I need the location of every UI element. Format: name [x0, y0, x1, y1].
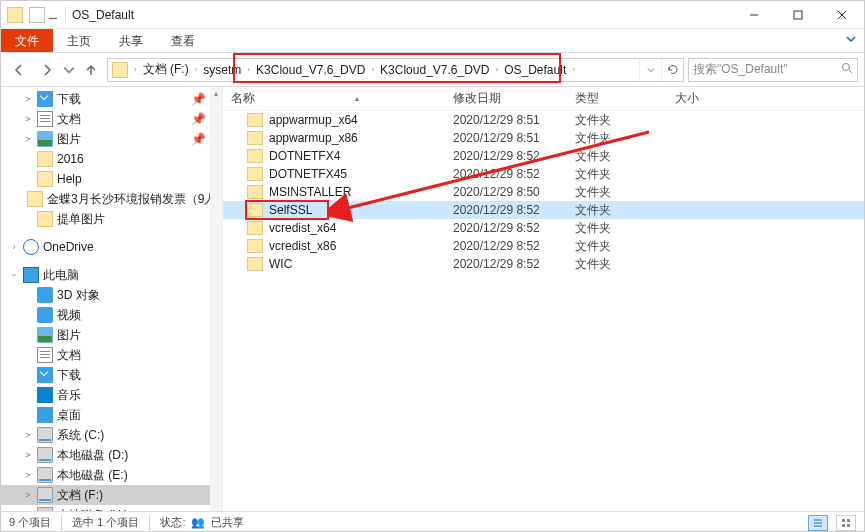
item-icon: [37, 151, 53, 167]
column-date[interactable]: 修改日期: [445, 90, 567, 107]
nav-history-button[interactable]: [63, 58, 75, 82]
tree-item[interactable]: >文档 (F:): [1, 485, 222, 505]
list-row[interactable]: appwarmup_x642020/12/29 8:51文件夹: [223, 111, 864, 129]
folder-icon: [247, 185, 263, 199]
status-selected-count: 选中 1 个项目: [72, 515, 139, 530]
address-dropdown-button[interactable]: [639, 59, 661, 81]
tree-item[interactable]: >系统 (C:): [1, 425, 222, 445]
ribbon-file-tab[interactable]: 文件: [1, 29, 53, 52]
view-large-button[interactable]: [836, 515, 856, 531]
list-row[interactable]: vcredist_x642020/12/29 8:52文件夹: [223, 219, 864, 237]
tree-item[interactable]: >下载📌: [1, 89, 222, 109]
tree-item[interactable]: 图片: [1, 325, 222, 345]
navigation-tree[interactable]: >下载📌>文档📌>图片📌2016Help金蝶3月长沙环境报销发票（9人活动提单图…: [1, 87, 223, 511]
folder-icon: [247, 113, 263, 127]
tree-label: 文档 (F:): [57, 487, 103, 504]
list-row[interactable]: DOTNETFX452020/12/29 8:52文件夹: [223, 165, 864, 183]
list-row[interactable]: DOTNETFX42020/12/29 8:52文件夹: [223, 147, 864, 165]
column-type[interactable]: 类型: [567, 90, 667, 107]
list-row[interactable]: MSINSTALLER2020/12/29 8:50文件夹: [223, 183, 864, 201]
folder-icon: [7, 7, 23, 23]
tree-item[interactable]: 视频: [1, 305, 222, 325]
list-row[interactable]: appwarmup_x862020/12/29 8:51文件夹: [223, 129, 864, 147]
chevron-right-icon[interactable]: ›: [132, 65, 139, 74]
tree-label: 此电脑: [43, 267, 79, 284]
file-type: 文件夹: [567, 148, 667, 165]
address-bar[interactable]: › 文档 (F:) › sysetm › K3Cloud_V7.6_DVD › …: [107, 58, 684, 82]
tree-label: 系统 (C:): [57, 427, 104, 444]
folder-icon: [247, 149, 263, 163]
tree-item[interactable]: >本地磁盘 (H:): [1, 505, 222, 511]
search-icon[interactable]: [841, 62, 853, 77]
tree-item[interactable]: >本地磁盘 (E:): [1, 465, 222, 485]
search-box[interactable]: 搜索"OS_Default": [688, 58, 858, 82]
item-icon: [37, 111, 53, 127]
titlebar-separator: [65, 7, 66, 23]
window-title: OS_Default: [72, 8, 732, 22]
path-folder-icon: [112, 62, 128, 78]
item-icon: [37, 91, 53, 107]
tree-item[interactable]: >本地磁盘 (D:): [1, 445, 222, 465]
cloud-icon: [23, 239, 39, 255]
tree-label: 2016: [57, 152, 84, 166]
svg-point-5: [843, 64, 850, 71]
tree-item[interactable]: 下载: [1, 365, 222, 385]
file-list: 名称▴ 修改日期 类型 大小 appwarmup_x642020/12/29 8…: [223, 87, 864, 511]
refresh-button[interactable]: [661, 59, 683, 81]
tree-item[interactable]: Help: [1, 169, 222, 189]
tree-this-pc[interactable]: › 此电脑: [1, 265, 222, 285]
tree-item[interactable]: 桌面: [1, 405, 222, 425]
search-placeholder: 搜索"OS_Default": [693, 61, 788, 78]
chevron-right-icon[interactable]: ›: [245, 65, 252, 74]
view-details-button[interactable]: [808, 515, 828, 531]
docset-icon: [29, 7, 45, 23]
ribbon-tab-home[interactable]: 主页: [53, 29, 105, 52]
file-name: DOTNETFX4: [269, 149, 340, 163]
folder-icon: [247, 239, 263, 253]
maximize-button[interactable]: [776, 1, 820, 29]
breadcrumb[interactable]: K3Cloud_V7.6_DVD: [376, 63, 493, 77]
column-size[interactable]: 大小: [667, 90, 864, 107]
list-row[interactable]: vcredist_x862020/12/29 8:52文件夹: [223, 237, 864, 255]
tree-item[interactable]: 文档: [1, 345, 222, 365]
pin-icon: 📌: [191, 132, 206, 146]
tree-onedrive[interactable]: › OneDrive: [1, 237, 222, 257]
tree-scrollbar[interactable]: ▴: [210, 87, 222, 511]
column-name[interactable]: 名称▴: [223, 90, 445, 107]
tree-label: 图片: [57, 327, 81, 344]
tree-item[interactable]: 金蝶3月长沙环境报销发票（9人活动: [1, 189, 222, 209]
list-row[interactable]: WIC2020/12/29 8:52文件夹: [223, 255, 864, 273]
breadcrumb[interactable]: OS_Default: [500, 63, 570, 77]
breadcrumb[interactable]: sysetm: [199, 63, 245, 77]
chevron-right-icon[interactable]: ›: [193, 65, 200, 74]
chevron-right-icon[interactable]: ›: [369, 65, 376, 74]
file-type: 文件夹: [567, 238, 667, 255]
ribbon-tab-share[interactable]: 共享: [105, 29, 157, 52]
tree-item[interactable]: 提单图片: [1, 209, 222, 229]
nav-forward-button[interactable]: [35, 58, 59, 82]
item-icon: [37, 467, 53, 483]
breadcrumb[interactable]: K3Cloud_V7.6_DVD: [252, 63, 369, 77]
chevron-right-icon[interactable]: ›: [494, 65, 501, 74]
minimize-button[interactable]: [732, 1, 776, 29]
tree-item[interactable]: 3D 对象: [1, 285, 222, 305]
ribbon-expand-button[interactable]: [840, 29, 862, 49]
nav-back-button[interactable]: [7, 58, 31, 82]
ribbon-tab-view[interactable]: 查看: [157, 29, 209, 52]
nav-up-button[interactable]: [79, 58, 103, 82]
scroll-up-icon[interactable]: ▴: [210, 87, 222, 99]
tree-item[interactable]: >图片📌: [1, 129, 222, 149]
tree-label: 文档: [57, 347, 81, 364]
tree-item[interactable]: >文档📌: [1, 109, 222, 129]
tree-label: OneDrive: [43, 240, 94, 254]
tree-item[interactable]: 音乐: [1, 385, 222, 405]
breadcrumb[interactable]: 文档 (F:): [139, 61, 193, 78]
chevron-right-icon[interactable]: ›: [570, 65, 577, 74]
item-icon: [37, 407, 53, 423]
list-row[interactable]: SelfSSL2020/12/29 8:52文件夹: [223, 201, 864, 219]
close-button[interactable]: [820, 1, 864, 29]
file-date: 2020/12/29 8:52: [445, 167, 567, 181]
svg-rect-12: [847, 519, 850, 522]
item-icon: [37, 307, 53, 323]
tree-item[interactable]: 2016: [1, 149, 222, 169]
